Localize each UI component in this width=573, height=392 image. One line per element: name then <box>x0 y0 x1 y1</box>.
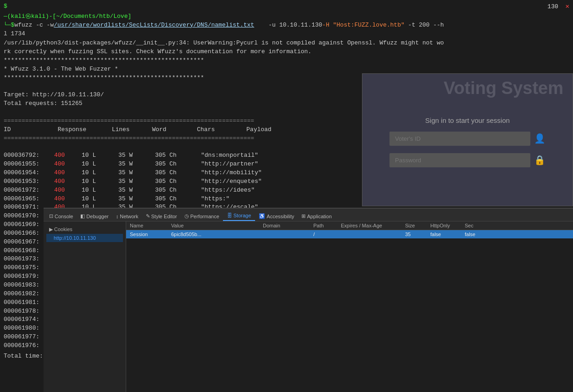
col-header-httponly: HttpOnly <box>430 223 465 228</box>
person-icon: 👤 <box>534 133 545 144</box>
terminal-sep1: ****************************************… <box>4 56 569 65</box>
cookie-table-row-selected[interactable]: Session 6pic8d505b... / 35 false false <box>126 230 573 238</box>
cookie-sec-cell: false <box>465 232 490 237</box>
cookie-domain-cell <box>263 232 313 237</box>
row-payload: "dns:monportail" <box>201 151 258 160</box>
terminal-cmd-rest: -t 200 --h <box>405 21 444 30</box>
terminal-cmd-cont: l 1734 <box>4 30 569 39</box>
row-response: 400 <box>54 186 82 195</box>
row-payload: "http://mobility" <box>201 169 262 177</box>
close-icon[interactable]: ✕ <box>566 3 569 10</box>
terminal-cmd-wfuzz: wfuzz -c -w <box>14 21 54 30</box>
perf-icon: ◷ <box>184 213 189 219</box>
row-word: 35 W <box>118 169 155 177</box>
tab-storage[interactable]: 🗄 Storage <box>223 211 256 221</box>
col-header-expires: Expires / Max-Age <box>341 223 405 228</box>
row-response: 400 <box>54 160 82 169</box>
col-header-value: Value <box>171 223 263 228</box>
devtools-tabbar: ⊡ Console ◧ Debugger ↕ Network ✎ Style E… <box>44 209 573 221</box>
row-lines: 10 L <box>82 151 118 160</box>
tab-accessibility[interactable]: ♿ Accessibility <box>255 211 298 221</box>
row-chars: 305 Ch <box>155 169 201 177</box>
tab-debugger[interactable]: ◧ Debugger <box>77 211 112 221</box>
terminal-number: 130 <box>547 3 558 10</box>
col-header-sec: Sec <box>465 223 490 228</box>
cookie-httponly-cell: false <box>430 232 465 237</box>
network-icon: ↕ <box>116 214 119 219</box>
terminal-cmd-flags: -u 10.10.11.130 <box>254 21 322 30</box>
row-lines: 10 L <box>82 177 118 186</box>
col-header-domain: Domain <box>263 223 313 228</box>
cookie-value-cell: 6pic8d505b... <box>171 232 263 237</box>
row-chars: 305 Ch <box>155 195 201 204</box>
terminal-l-flag: l 1734 <box>4 30 25 37</box>
row-chars: 305 Ch <box>155 151 201 160</box>
storage-cookies-tree-item[interactable]: ▶ Cookies <box>46 225 123 234</box>
accessibility-icon: ♿ <box>259 213 265 219</box>
row-id: 000061972: <box>4 186 54 195</box>
tab-application[interactable]: ⊞ Application <box>298 211 335 221</box>
storage-main: Name Value Domain Path Expires / Max-Age… <box>126 221 573 392</box>
debugger-icon: ◧ <box>80 213 85 219</box>
row-payload: "https://idees" <box>201 186 255 195</box>
row-id: 000061955: <box>4 160 54 169</box>
row-word: 35 W <box>118 177 155 186</box>
voter-id-row: 👤 <box>389 132 545 146</box>
terminal-host-header: -H "Host:FUZZ.love.htb" <box>322 21 404 30</box>
row-id: 000061965: <box>4 195 54 204</box>
row-response: 400 <box>54 151 82 160</box>
storage-icon: 🗄 <box>227 213 232 218</box>
row-response: 400 <box>54 195 82 204</box>
devtools-panel: ⊡ Console ◧ Debugger ↕ Network ✎ Style E… <box>44 208 573 392</box>
row-lines: 10 L <box>82 169 118 177</box>
terminal-version: * Wfuzz 3.1.0 - The Web Fuzzer * <box>4 65 569 74</box>
col-header-size: Size <box>405 223 430 228</box>
cookie-size-cell: 35 <box>405 232 430 237</box>
row-chars: 305 Ch <box>155 177 201 186</box>
cookie-expires-cell <box>341 232 405 237</box>
terminal-top-bar: $ 130 ✕ <box>4 2 569 11</box>
console-icon: ⊡ <box>49 213 53 219</box>
row-id: 000061953: <box>4 177 54 186</box>
lock-icon: 🔒 <box>534 155 545 166</box>
tab-console[interactable]: ⊡ Console <box>45 211 77 221</box>
cookie-table-header: Name Value Domain Path Expires / Max-Age… <box>126 221 573 230</box>
terminal-path-prompt: —(kali㉿kali)-[~/Documents/htb/Love] <box>4 13 131 20</box>
terminal-dollar-prompt: $ <box>4 2 7 11</box>
voting-page-overlay: Voting System Sign in to start your sess… <box>362 73 573 206</box>
terminal-wordlist-path: /usr/share/wordlists/SecLists/Discovery/… <box>54 21 254 30</box>
password-input[interactable] <box>389 153 530 167</box>
tab-network[interactable]: ↕ Network <box>112 212 142 221</box>
terminal-warning2: rk correctly when fuzzing SSL sites. Che… <box>4 48 569 56</box>
row-id: 000061954: <box>4 169 54 177</box>
row-lines: 10 L <box>82 160 118 169</box>
cookie-name-cell: Session <box>130 232 171 237</box>
terminal-prompt-line1: —(kali㉿kali)-[~/Documents/htb/Love] <box>4 12 569 21</box>
row-id: 000036792: <box>4 151 54 160</box>
row-payload: "https:" <box>201 195 229 204</box>
terminal-command-line: └─$ wfuzz -c -w /usr/share/wordlists/Sec… <box>4 21 569 30</box>
col-header-name: Name <box>130 223 171 228</box>
row-lines: 10 L <box>82 195 118 204</box>
row-chars: 305 Ch <box>155 186 201 195</box>
terminal-arrow-prompt: └─$ <box>4 21 14 30</box>
style-icon: ✎ <box>146 213 150 219</box>
devtools-content: ▶ Cookies http://10.10.11.130 Name Value… <box>44 221 573 392</box>
terminal-warning1: /usr/lib/python3/dist-packages/wfuzz/__i… <box>4 39 569 48</box>
cookie-path-cell: / <box>313 232 341 237</box>
row-lines: 10 L <box>82 186 118 195</box>
voting-system-title: Voting System <box>444 78 563 98</box>
voter-id-input[interactable] <box>389 132 530 146</box>
tab-style-editor[interactable]: ✎ Style Editor <box>142 211 181 221</box>
storage-sidebar: ▶ Cookies http://10.10.11.130 <box>44 221 126 392</box>
tab-performance[interactable]: ◷ Performance <box>181 211 223 221</box>
row-word: 35 W <box>118 195 155 204</box>
row-payload: "http://partner" <box>201 160 258 169</box>
row-chars: 305 Ch <box>155 160 201 169</box>
application-icon: ⊞ <box>301 213 306 219</box>
row-word: 35 W <box>118 151 155 160</box>
row-word: 35 W <box>118 160 155 169</box>
terminal-top-right: 130 ✕ <box>547 2 569 11</box>
storage-cookie-domain-item[interactable]: http://10.10.11.130 <box>46 234 123 242</box>
col-header-path: Path <box>313 223 341 228</box>
